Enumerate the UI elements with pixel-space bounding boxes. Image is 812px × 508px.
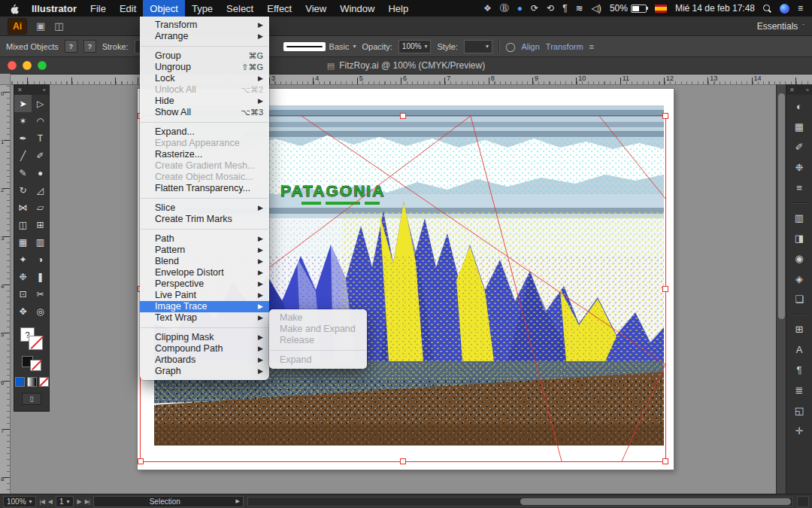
transform-panel-link[interactable]: Transform [546, 42, 583, 51]
menubar-item-select[interactable]: Select [220, 0, 260, 17]
selection-tool[interactable]: ➤ [14, 95, 32, 112]
zoom-tool[interactable]: ◎ [32, 303, 49, 320]
document-setup-icon[interactable]: ◯ [505, 41, 515, 52]
menubar-item-file[interactable]: File [83, 0, 113, 17]
menu-item-show-all[interactable]: Show All⌥⌘3 [140, 107, 269, 118]
battery-indicator[interactable]: 50% [610, 3, 647, 14]
style-dropdown[interactable]: ▾ [464, 40, 492, 53]
symbols-panel-icon[interactable]: ❉ [795, 162, 804, 173]
menu-item-path[interactable]: Path▶ [140, 233, 269, 245]
menubar-item-view[interactable]: View [298, 0, 333, 17]
input-source-flag-icon[interactable] [655, 5, 667, 13]
expand-panels-icon[interactable]: » [806, 87, 809, 93]
color-mode-button[interactable] [15, 377, 25, 387]
slice-tool[interactable]: ✂ [32, 285, 49, 303]
none-swatch[interactable] [30, 360, 41, 371]
menu-item-text-wrap[interactable]: Text Wrap▶ [140, 312, 269, 324]
menu-item-perspective[interactable]: Perspective▶ [140, 278, 269, 290]
bbox-handle-top[interactable] [400, 113, 406, 119]
appearance-panel-icon[interactable]: ◉ [795, 253, 803, 264]
menubar-item-edit[interactable]: Edit [113, 0, 143, 17]
menu-item-flatten-transparency[interactable]: Flatten Transparency... [140, 183, 269, 194]
collapse-panel-icon[interactable]: « [43, 87, 46, 93]
width-tool[interactable]: ⋈ [14, 199, 32, 216]
graphic-styles-panel-icon[interactable]: ◈ [795, 273, 803, 284]
siri-icon[interactable] [780, 4, 789, 14]
menubar-item-object[interactable]: Object [143, 0, 185, 17]
gradient-mode-button[interactable] [27, 377, 37, 387]
lasso-tool[interactable]: ◠ [32, 112, 49, 129]
magic-wand-tool[interactable]: ✶ [14, 112, 32, 129]
menubar-item-help[interactable]: Help [381, 0, 415, 17]
panel-stack-icon[interactable]: ▣ [36, 20, 45, 32]
scale-tool[interactable]: ◿ [32, 181, 49, 199]
arrange-documents-icon[interactable]: ◫ [54, 20, 63, 32]
stroke-unknown-badge[interactable]: ? [83, 40, 96, 53]
menu-item-create-trim-marks[interactable]: Create Trim Marks [140, 214, 269, 225]
bbox-handle-top-right[interactable] [662, 113, 668, 119]
gradient-panel-icon[interactable]: ▥ [795, 212, 804, 224]
menu-item-pattern[interactable]: Pattern▶ [140, 245, 269, 256]
menu-item-clipping-mask[interactable]: Clipping Mask▶ [140, 332, 269, 343]
swatches-panel-icon[interactable]: ▦ [795, 121, 804, 132]
layers-panel-icon[interactable]: ❏ [795, 294, 804, 305]
vertical-scrollbar[interactable] [776, 84, 786, 494]
menubar-item-effect[interactable]: Effect [260, 0, 298, 17]
spotlight-icon[interactable] [763, 5, 771, 13]
column-graph-tool[interactable]: ❚ [32, 268, 49, 285]
pencil-tool[interactable]: ✎ [14, 164, 32, 181]
volume-icon[interactable]: ◁) [592, 4, 601, 13]
mesh-tool[interactable]: ▦ [14, 233, 32, 251]
paintbrush-tool[interactable]: ✐ [32, 147, 49, 164]
menu-item-envelope-distort[interactable]: Envelope Distort▶ [140, 267, 269, 278]
transform-panel-icon[interactable]: ✛ [795, 425, 804, 437]
apple-menu[interactable] [0, 0, 25, 17]
eyedropper-tool[interactable]: ✦ [14, 251, 32, 268]
pathfinder-panel-icon[interactable]: ◱ [795, 405, 804, 416]
bbox-handle-bottom-right[interactable] [662, 458, 668, 464]
menu-item-compound-path[interactable]: Compound Path▶ [140, 343, 269, 354]
menu-item-expand[interactable]: Expand... [140, 126, 269, 138]
menu-item-transform[interactable]: Transform▶ [140, 20, 269, 31]
screen-mode-button[interactable]: ▯ [22, 393, 41, 405]
bbox-handle-right[interactable] [662, 286, 668, 292]
symbol-sprayer-tool[interactable]: ❉ [14, 268, 32, 285]
workspace-switcher[interactable]: Essentials ˇ [757, 21, 804, 32]
color-panel-icon[interactable]: ◐ [796, 101, 802, 112]
rotate-tool[interactable]: ↻ [14, 181, 32, 199]
menu-item-slice[interactable]: Slice▶ [140, 202, 269, 214]
vertical-scrollbar-thumb[interactable] [778, 93, 785, 319]
hand-tool[interactable]: ✥ [14, 303, 32, 320]
previous-artboard-button[interactable]: ◀ [48, 498, 52, 505]
bbox-handle-bottom[interactable] [400, 458, 406, 464]
fill-stroke-proxy[interactable]: ? [20, 327, 43, 350]
next-artboard-button[interactable]: ▶ [77, 498, 81, 505]
cloud-sync-icon[interactable]: ⟳ [531, 4, 538, 13]
menubar-item-window[interactable]: Window [333, 0, 381, 17]
input-menu-icon[interactable]: ¶ [562, 4, 567, 13]
blend-tool[interactable]: ◑ [32, 251, 49, 268]
menu-item-hide[interactable]: Hide▶ [140, 96, 269, 107]
direct-selection-tool[interactable]: ▷ [32, 95, 49, 112]
close-icon[interactable]: ✕ [17, 87, 23, 93]
menubar-clock[interactable]: Mié 14 de feb 17:48 [675, 3, 755, 14]
align-panel-icon[interactable]: ≣ [795, 385, 804, 396]
stroke-swatch[interactable] [29, 336, 43, 350]
menu-item-live-paint[interactable]: Live Paint▶ [140, 290, 269, 301]
free-transform-tool[interactable]: ▱ [32, 199, 49, 216]
menu-item-group[interactable]: Group⌘G [140, 50, 269, 62]
menubar-item-illustrator[interactable]: Illustrator [25, 0, 83, 17]
menu-item-arrange[interactable]: Arrange▶ [140, 31, 269, 42]
dropbox-icon[interactable]: ❖ [483, 4, 492, 13]
menu-item-ungroup[interactable]: Ungroup⇧⌘G [140, 62, 269, 73]
menu-item-image-trace[interactable]: Image Trace▶ [140, 301, 269, 312]
line-segment-tool[interactable]: ╱ [14, 147, 32, 164]
artboard-tool[interactable]: ⊡ [14, 285, 32, 303]
type-tool[interactable]: T [32, 129, 49, 147]
browser-icon[interactable]: ● [517, 4, 523, 13]
last-artboard-button[interactable]: ▶| [85, 498, 89, 505]
stroke-panel-icon[interactable]: ≡ [796, 182, 802, 193]
fill-unknown-badge[interactable]: ? [65, 40, 77, 53]
perspective-grid-tool[interactable]: ⊞ [32, 216, 49, 233]
menu-item-blend[interactable]: Blend▶ [140, 256, 269, 267]
